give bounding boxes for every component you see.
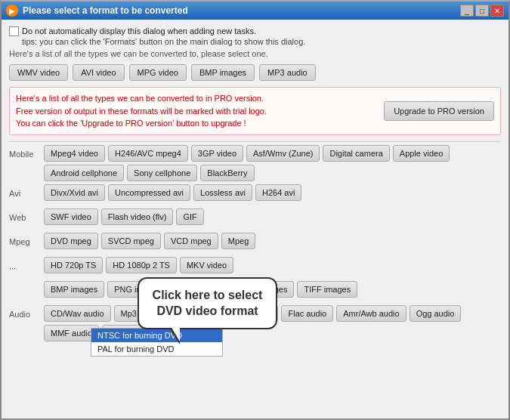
auto-display-checkbox[interactable] [9, 26, 19, 36]
speech-bubble: Click here to select DVD video format [138, 277, 277, 330]
btn-mkv[interactable]: MKV video [180, 257, 233, 273]
btn-mpeg[interactable]: Mpeg [221, 233, 256, 249]
title-bar: ▶ Please select a format to be converted… [2, 2, 508, 20]
categories-area: Mobile Mpeg4 video H246/AVC mpeg4 3GP vi… [9, 145, 501, 341]
upgrade-button[interactable]: Upgrade to PRO version [384, 101, 494, 121]
btn-ogg[interactable]: Ogg audio [410, 305, 462, 322]
btn-wav[interactable]: CD/Wav audio [44, 305, 111, 322]
category-avi: Avi Divx/Xvid avi Uncompressed avi Lossl… [9, 184, 501, 205]
mobile-buttons: Mpeg4 video H246/AVC mpeg4 3GP video Asf… [44, 145, 501, 181]
mpeg-buttons: DVD mpeg SVCD mpeg VCD mpeg Mpeg [44, 233, 255, 249]
pro-section: Here's a list of all the types we can be… [9, 87, 501, 135]
free-format-mpg[interactable]: MPG video [129, 64, 187, 81]
hd-buttons: HD 720p TS HD 1080p 2 TS MKV video [44, 257, 233, 273]
btn-lossless[interactable]: Lossless avi [193, 184, 252, 201]
btn-flv[interactable]: Flash video (flv) [101, 208, 174, 225]
category-mobile: Mobile Mpeg4 video H246/AVC mpeg4 3GP vi… [9, 145, 501, 181]
divider [9, 141, 501, 142]
free-format-buttons: WMV video AVI video MPG video BMP images… [9, 64, 501, 81]
btn-hd1080[interactable]: HD 1080p 2 TS [106, 257, 177, 273]
close-button[interactable]: ✕ [490, 5, 504, 17]
btn-hd720[interactable]: HD 720p TS [44, 257, 103, 273]
free-format-wmv[interactable]: WMV video [9, 64, 68, 81]
btn-android[interactable]: Android cellphone [44, 165, 124, 181]
maximize-button[interactable]: □ [475, 5, 489, 17]
btn-h246[interactable]: H246/AVC mpeg4 [108, 145, 188, 162]
btn-uncompressed[interactable]: Uncompressed avi [108, 184, 190, 201]
btn-flac[interactable]: Flac audio [281, 305, 333, 322]
btn-asf-wmv[interactable]: Asf/Wmv (Zune) [246, 145, 320, 162]
checkbox-label: Do not automatically display this dialog… [22, 26, 305, 46]
btn-sony[interactable]: Sony cellphone [127, 165, 197, 181]
btn-digital-camera[interactable]: Digital camera [323, 145, 389, 162]
main-window: ▶ Please select a format to be converted… [0, 0, 510, 420]
pro-description: Here's a list of all the types we can be… [16, 92, 267, 130]
title-bar-buttons: _ □ ✕ [460, 5, 504, 17]
category-mpeg: Mpeg DVD mpeg SVCD mpeg VCD mpeg Mpeg [9, 233, 501, 254]
avi-buttons: Divx/Xvid avi Uncompressed avi Lossless … [44, 184, 301, 201]
auto-display-checkbox-row: Do not automatically display this dialog… [9, 26, 501, 46]
btn-dvd-mpeg[interactable]: DVD mpeg [44, 233, 98, 249]
btn-tiff[interactable]: TIFF images [297, 281, 357, 298]
window-icon: ▶ [6, 5, 18, 17]
dvd-dropdown: NTSC for burning DVD PAL for burning DVD [91, 328, 223, 357]
btn-h264[interactable]: H264 avi [255, 184, 301, 201]
btn-bmp[interactable]: BMP images [44, 281, 104, 298]
btn-divx[interactable]: Divx/Xvid avi [44, 184, 105, 201]
minimize-button[interactable]: _ [460, 5, 474, 17]
info-text: Here's a list of all the types we can be… [9, 49, 501, 58]
free-format-avi[interactable]: AVI video [73, 64, 124, 81]
btn-mpeg4-video[interactable]: Mpeg4 video [44, 145, 105, 162]
category-web: Web SWF video Flash video (flv) GIF [9, 208, 501, 230]
window-title: Please select a format to be converted [23, 5, 456, 16]
free-format-mp3[interactable]: MP3 audio [259, 64, 316, 81]
dropdown-item-ntsc[interactable]: NTSC for burning DVD [91, 329, 222, 342]
btn-3gp[interactable]: 3GP video [191, 145, 243, 162]
dropdown-item-pal[interactable]: PAL for burning DVD [91, 342, 222, 356]
content-area: Do not automatically display this dialog… [2, 20, 508, 347]
category-hd: ... HD 720p TS HD 1080p 2 TS MKV video [9, 257, 501, 278]
btn-apple-video[interactable]: Apple video [393, 145, 450, 162]
btn-vcd[interactable]: VCD mpeg [164, 233, 218, 249]
btn-gif[interactable]: GIF [176, 208, 203, 225]
btn-amr[interactable]: Amr/Awb audio [336, 305, 406, 322]
speech-bubble-text: Click here to select DVD video format [153, 289, 263, 317]
btn-svcd[interactable]: SVCD mpeg [101, 233, 161, 249]
web-buttons: SWF video Flash video (flv) GIF [44, 208, 204, 225]
btn-swf[interactable]: SWF video [44, 208, 98, 225]
btn-blackberry[interactable]: BlackBerry [200, 165, 254, 181]
free-format-bmp[interactable]: BMP images [191, 64, 255, 81]
